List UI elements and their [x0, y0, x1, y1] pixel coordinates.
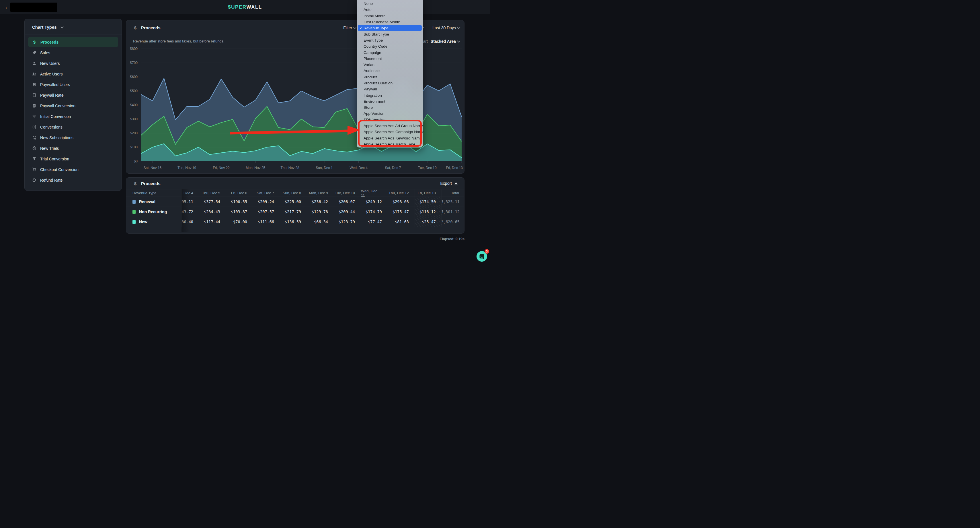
sidebar-item-label: Initial Conversion: [40, 114, 71, 119]
menu-item-product[interactable]: Product: [357, 74, 423, 80]
table-cell: $190.55: [226, 196, 253, 207]
menu-item-label: Apple Search Ads Match Type: [364, 142, 415, 146]
chevron-down-icon: [457, 39, 460, 43]
row-header-new: New: [126, 217, 181, 227]
menu-item-sub-start-type[interactable]: Sub Start Type: [357, 31, 423, 37]
menu-item-install-month[interactable]: Install Month: [357, 13, 423, 19]
funnel-icon: [32, 157, 37, 161]
menu-item-label: Audience: [364, 69, 380, 73]
group-by-dropdown-menu: NoneAutoInstall MonthFirst Purchase Mont…: [357, 0, 423, 147]
column-header-fri-dec-13: Fri, Dec 13: [415, 189, 442, 196]
x-axis-label: Mon, Nov 25: [246, 166, 265, 170]
column-header-thu-dec-5: Thu, Dec 5: [199, 189, 226, 196]
sidebar-item-conversions[interactable]: Conversions: [28, 122, 118, 132]
table-panel-header: $ Proceeds Export: [126, 178, 464, 189]
sidebar-item-paywall-rate[interactable]: Paywall Rate: [28, 90, 118, 100]
id-card-icon: [32, 82, 37, 87]
x-axis-label: Fri, Nov 22: [213, 166, 230, 170]
chart-types-sidebar: Chart Types $ProceedsSalesNew UsersActiv…: [24, 19, 122, 191]
table-cell: $174.50: [415, 196, 442, 207]
sidebar-item-checkout-conversion[interactable]: Checkout Conversion: [28, 164, 118, 175]
row-header-renewal: Renewal: [126, 196, 181, 207]
sidebar-item-new-trials[interactable]: New Trials: [28, 143, 118, 153]
column-header-sat-dec-7: Sat, Dec 7: [253, 189, 280, 196]
menu-item-apple-search-ads-campaign-name[interactable]: Apple Search Ads Campaign Name: [357, 129, 423, 135]
chat-bubble-icon: [479, 254, 485, 259]
menu-item-label: Event Type: [364, 38, 383, 43]
menu-item-environment[interactable]: Environment: [357, 99, 423, 104]
sidebar-item-proceeds[interactable]: $Proceeds: [28, 37, 118, 47]
menu-item-label: App Version: [364, 111, 385, 116]
sidebar-item-sales[interactable]: Sales: [28, 47, 118, 58]
menu-item-audience[interactable]: Audience: [357, 68, 423, 74]
sidebar-item-paywalled-users[interactable]: Paywalled Users: [28, 79, 118, 90]
sidebar-item-label: Active Users: [40, 72, 63, 77]
filter-lines-icon: [32, 114, 37, 118]
column-header-mon-dec-9: Mon, Dec 9: [307, 189, 334, 196]
chevron-down-icon: [60, 25, 64, 28]
refresh-icon: [32, 136, 37, 140]
table-cell: $225.00: [280, 196, 307, 207]
app-root: $UPERWALL ← Chart Types $ProceedsSalesNe…: [0, 0, 490, 264]
sidebar-item-initial-conversion[interactable]: Initial Conversion: [28, 111, 118, 122]
table-cell: $77.47: [361, 217, 388, 227]
menu-item-product-duration[interactable]: Product Duration: [357, 80, 423, 86]
menu-item-apple-search-ads-ad-group-name[interactable]: Apple Search Ads Ad Group Name: [357, 123, 423, 129]
menu-item-variant[interactable]: Variant: [357, 62, 423, 68]
menu-item-none[interactable]: None: [357, 1, 423, 6]
column-header-sun-dec-8: Sun, Dec 8: [280, 189, 307, 196]
menu-item-revenue-type[interactable]: ✓Revenue Type: [358, 25, 422, 31]
table-cell: $236.42: [307, 196, 334, 207]
row-label: Renewal: [139, 199, 155, 204]
column-header-revenue-type: Revenue Type: [126, 189, 181, 196]
y-axis-label: $0: [134, 159, 138, 163]
menu-item-country-code[interactable]: Country Code: [357, 43, 423, 49]
table-cell: $207.57: [253, 207, 280, 217]
column-header-total: Total: [442, 189, 465, 196]
table-cell: $377.54: [199, 196, 226, 207]
sidebar-item-label: Sales: [40, 51, 50, 55]
menu-item-apple-search-ads-keyword-name[interactable]: Apple Search Ads Keyword Name: [357, 135, 423, 141]
menu-item-apple-search-ads-match-type[interactable]: Apple Search Ads Match Type: [357, 141, 423, 147]
chart-type-value: Stacked Area: [431, 39, 456, 44]
menu-item-event-type[interactable]: Event Type: [357, 37, 423, 43]
menu-item-first-purchase-month[interactable]: First Purchase Month: [357, 19, 423, 25]
chart-types-header[interactable]: Chart Types: [25, 19, 122, 34]
sidebar-item-paywall-conversion[interactable]: Paywall Conversion: [28, 100, 118, 111]
menu-item-sdk-version[interactable]: SDK Version: [357, 117, 423, 123]
sidebar-item-new-users[interactable]: New Users: [28, 58, 118, 69]
sidebar-item-refund-rate[interactable]: Refund Rate: [28, 175, 118, 185]
menu-item-auto[interactable]: Auto: [357, 6, 423, 13]
filter-button[interactable]: Filter: [343, 26, 356, 30]
menu-item-label: Store: [364, 105, 373, 110]
table-cell: $81.63: [388, 217, 415, 227]
menu-item-label: First Purchase Month: [364, 20, 400, 24]
menu-item-campaign[interactable]: Campaign: [357, 49, 423, 55]
menu-item-label: Apple Search Ads Keyword Name: [364, 136, 422, 140]
back-arrow-icon[interactable]: ←: [3, 3, 11, 11]
menu-item-label: Country Code: [364, 44, 387, 48]
x-axis-label: Tue, Nov 19: [178, 166, 196, 170]
menu-item-app-version[interactable]: App Version: [357, 110, 423, 116]
table-cell: $209.24: [253, 196, 280, 207]
chart-type-selector[interactable]: Chart Stacked Area: [418, 39, 460, 44]
x-axis-label: Thu, Nov 28: [280, 166, 299, 170]
sidebar-item-active-users[interactable]: Active Users: [28, 69, 118, 79]
export-button[interactable]: Export: [441, 181, 458, 186]
date-range-button[interactable]: Last 30 Days: [433, 26, 460, 30]
menu-item-store[interactable]: Store: [357, 104, 423, 110]
row-label: Non Recurring: [139, 209, 167, 214]
menu-item-label: Integration: [364, 93, 382, 97]
menu-item-placement[interactable]: Placement: [357, 56, 423, 62]
table-cell: $70.00: [226, 217, 253, 227]
menu-item-integration[interactable]: Integration: [357, 92, 423, 98]
y-axis-label: $500: [130, 89, 138, 93]
sidebar-item-trial-conversion[interactable]: Trial Conversion: [28, 153, 118, 164]
table-row: Revenue TypeDec 4Thu, Dec 5Fri, Dec 6Sat…: [126, 189, 465, 196]
menu-item-paywall[interactable]: Paywall: [357, 86, 423, 92]
filter-label: Filter: [343, 26, 352, 30]
sidebar-item-new-subscriptions[interactable]: New Subscriptions: [28, 132, 118, 143]
menu-item-label: Product: [364, 75, 377, 79]
series-color-swatch: [132, 210, 135, 214]
column-header-tue-dec-10: Tue, Dec 10: [334, 189, 361, 196]
